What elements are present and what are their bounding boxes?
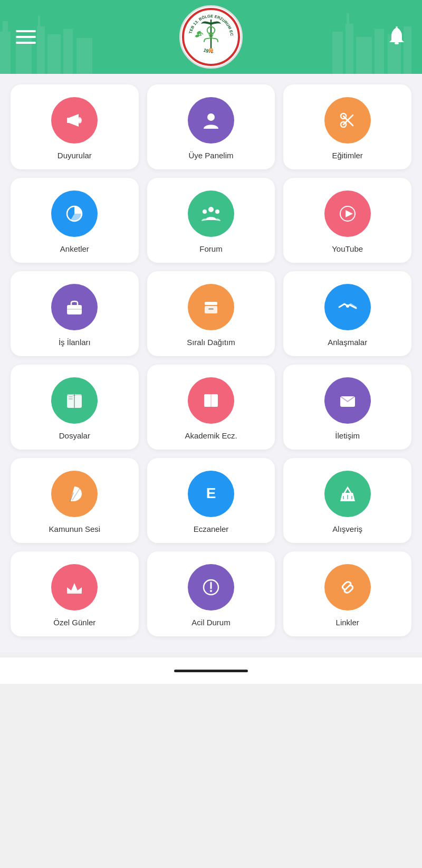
svg-rect-44 — [208, 308, 214, 310]
acil-durum-icon — [188, 564, 234, 611]
hamburger-menu-button[interactable] — [16, 30, 36, 44]
main-content: Duyurular Üye Panelim Eğitimler Anketler… — [0, 74, 422, 652]
svg-marker-39 — [346, 210, 353, 217]
dosyalar-label: Dosyalar — [59, 431, 90, 440]
svg-point-45 — [346, 304, 349, 308]
svg-rect-48 — [69, 396, 73, 397]
anlasmalar-icon — [324, 284, 371, 330]
grid-item-sirali-dagitim[interactable]: Sıralı Dağıtım — [147, 271, 275, 356]
egitimler-icon — [324, 97, 371, 144]
svg-rect-7 — [63, 29, 73, 74]
eczaneler-icon: E — [188, 471, 234, 517]
svg-line-62 — [346, 585, 350, 589]
forum-label: Forum — [199, 244, 222, 253]
linkler-label: Linkler — [336, 618, 359, 627]
header: TEB 13. BÖLGE ERZURUM ECZACI ODASI 1972 — [0, 0, 422, 74]
sirali-dagitim-icon — [188, 284, 234, 330]
svg-rect-40 — [67, 305, 82, 314]
grid-item-kamunun-sesi[interactable]: Kamunun Sesi — [11, 458, 139, 543]
svg-point-37 — [215, 209, 219, 214]
anlasmalar-label: Anlaşmalar — [328, 338, 367, 347]
acil-durum-label: Acil Durum — [191, 618, 230, 627]
svg-line-32 — [343, 116, 353, 126]
alisveris-icon — [324, 471, 371, 517]
svg-point-61 — [210, 590, 212, 592]
svg-rect-5 — [38, 16, 40, 26]
grid-item-anketler[interactable]: Anketler — [11, 178, 139, 263]
svg-point-23 — [209, 48, 213, 52]
grid-item-dosyalar[interactable]: Dosyalar — [11, 365, 139, 450]
grid-item-anlasmalar[interactable]: Anlaşmalar — [283, 271, 411, 356]
svg-rect-10 — [346, 24, 353, 74]
iletisim-label: İletişim — [335, 431, 360, 440]
kamunun-sesi-label: Kamunun Sesi — [49, 524, 101, 533]
app-logo: TEB 13. BÖLGE ERZURUM ECZACI ODASI 1972 — [177, 5, 245, 74]
svg-rect-1 — [0, 32, 11, 74]
grid-item-duyurular[interactable]: Duyurular — [11, 84, 139, 169]
egitimler-label: Eğitimler — [332, 151, 362, 160]
ozel-gunler-icon — [51, 564, 98, 611]
svg-line-33 — [343, 115, 353, 125]
grid-item-ozel-gunler[interactable]: Özel Günler — [11, 551, 139, 636]
svg-point-36 — [203, 209, 207, 214]
grid-item-akademik-ecz[interactable]: Akademik Ecz. — [147, 365, 275, 450]
svg-rect-6 — [47, 34, 61, 74]
linkler-icon — [324, 564, 371, 611]
duyurular-label: Duyurular — [57, 151, 92, 160]
svg-rect-42 — [205, 302, 217, 305]
svg-rect-4 — [37, 26, 45, 74]
akademik-ecz-label: Akademik Ecz. — [185, 431, 237, 440]
alisveris-label: Alışveriş — [332, 524, 362, 533]
svg-point-28 — [78, 119, 81, 122]
app-grid: Duyurular Üye Panelim Eğitimler Anketler… — [11, 84, 411, 636]
svg-rect-8 — [76, 38, 92, 74]
duyurular-icon — [51, 97, 98, 144]
is-ilanlari-label: İş İlanları — [59, 338, 91, 347]
kamunun-sesi-icon — [51, 471, 98, 517]
svg-rect-49 — [69, 398, 73, 399]
svg-rect-9 — [332, 32, 343, 74]
svg-rect-12 — [356, 37, 372, 74]
youtube-label: YouTube — [332, 244, 363, 253]
svg-rect-52 — [209, 394, 213, 407]
is-ilanlari-icon — [51, 284, 98, 330]
anketler-label: Anketler — [60, 244, 89, 253]
bottom-bar — [0, 657, 422, 684]
grid-item-eczaneler[interactable]: EEczaneler — [147, 458, 275, 543]
svg-rect-26 — [395, 42, 399, 44]
grid-item-alisveris[interactable]: Alışveriş — [283, 458, 411, 543]
notification-bell-icon[interactable] — [387, 25, 406, 49]
svg-rect-2 — [3, 21, 8, 32]
grid-item-linkler[interactable]: Linkler — [283, 551, 411, 636]
svg-rect-58 — [67, 592, 82, 594]
youtube-icon — [324, 190, 371, 237]
sirali-dagitim-label: Sıralı Dağıtım — [187, 338, 235, 347]
dosyalar-icon — [51, 377, 98, 424]
forum-icon — [188, 190, 234, 237]
grid-item-egitimler[interactable]: Eğitimler — [283, 84, 411, 169]
akademik-ecz-icon — [188, 377, 234, 424]
grid-item-uye-panelim[interactable]: Üye Panelim — [147, 84, 275, 169]
ozel-gunler-label: Özel Günler — [53, 618, 95, 627]
anketler-icon — [51, 190, 98, 237]
svg-point-24 — [210, 49, 211, 50]
svg-text:E: E — [206, 485, 216, 501]
svg-point-35 — [208, 207, 214, 212]
grid-item-is-ilanlari[interactable]: İş İlanları — [11, 271, 139, 356]
uye-panelim-icon — [188, 97, 234, 144]
iletisim-icon — [324, 377, 371, 424]
grid-item-youtube[interactable]: YouTube — [283, 178, 411, 263]
uye-panelim-label: Üye Panelim — [188, 151, 233, 160]
svg-point-25 — [212, 49, 213, 50]
grid-item-iletisim[interactable]: İletişim — [283, 365, 411, 450]
svg-rect-13 — [375, 29, 384, 74]
grid-item-forum[interactable]: Forum — [147, 178, 275, 263]
svg-rect-11 — [347, 13, 349, 24]
home-indicator — [174, 670, 248, 672]
eczaneler-label: Eczaneler — [194, 524, 229, 533]
grid-item-acil-durum[interactable]: Acil Durum — [147, 551, 275, 636]
svg-point-29 — [207, 113, 215, 121]
